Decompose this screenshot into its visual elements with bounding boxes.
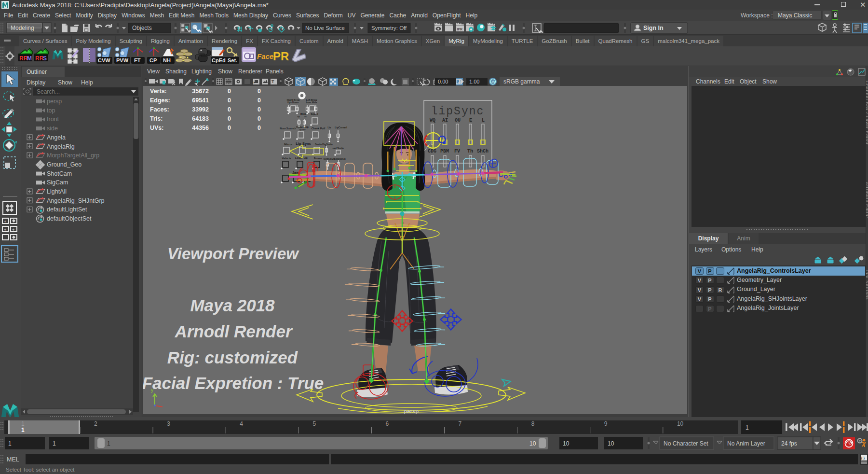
svg-text:FV: FV — [454, 149, 460, 154]
svg-text:Smile: Smile — [315, 143, 322, 146]
svg-text:NH: NH — [163, 57, 171, 63]
svg-text:side: side — [47, 125, 58, 132]
svg-text:1: 1 — [8, 440, 12, 447]
svg-text:sRGB gamma: sRGB gamma — [503, 78, 540, 85]
svg-text:SigCam: SigCam — [47, 179, 68, 186]
svg-text:1: 1 — [21, 420, 25, 427]
svg-text:MorphTargetAll_grp: MorphTargetAll_grp — [47, 152, 99, 159]
svg-text:Angela: Angela — [47, 134, 66, 141]
svg-text:1: 1 — [21, 427, 25, 433]
svg-text:1: 1 — [746, 424, 749, 431]
svg-text:0: 0 — [228, 125, 231, 131]
svg-text:8: 8 — [531, 420, 535, 427]
svg-text:24 fps: 24 fps — [781, 440, 797, 447]
svg-text:+: + — [4, 227, 6, 232]
svg-text:Lip-Sync: Lip-Sync — [296, 141, 311, 146]
svg-text:BigSmile: BigSmile — [322, 143, 333, 146]
svg-text:0: 0 — [258, 125, 261, 131]
svg-text:ShCh: ShCh — [477, 149, 488, 154]
svg-text:persp: persp — [404, 408, 419, 414]
svg-text:0: 0 — [228, 97, 231, 104]
svg-text:+: + — [4, 219, 6, 224]
svg-text:35672: 35672 — [192, 88, 209, 95]
svg-text:No Anim Layer: No Anim Layer — [727, 440, 765, 447]
svg-text:Up: Up — [297, 115, 300, 118]
svg-text:Tris:: Tris: — [150, 115, 163, 122]
svg-text:5: 5 — [312, 420, 316, 427]
svg-text:Th: Th — [467, 149, 473, 154]
svg-text:Vehicle: Vehicle — [282, 157, 291, 160]
svg-text:{;}: {;} — [861, 456, 865, 460]
svg-text:Lower Lip: Lower Lip — [295, 156, 308, 159]
svg-text:IPR: IPR — [457, 28, 463, 31]
svg-text:+: + — [845, 256, 847, 260]
svg-text:Sign In: Sign In — [643, 25, 664, 31]
svg-text:AngelaRig: AngelaRig — [47, 143, 75, 150]
svg-text:6: 6 — [386, 420, 389, 427]
svg-text:0: 0 — [258, 115, 261, 122]
svg-text:PVW: PVW — [116, 57, 129, 63]
svg-text:No Character Set: No Character Set — [664, 440, 708, 447]
svg-text:defaultLightSet: defaultLightSet — [47, 206, 87, 213]
svg-text:Arnodl Render: Arnodl Render — [174, 322, 293, 341]
svg-text:0: 0 — [228, 115, 231, 122]
svg-text:Ground_Geo: Ground_Geo — [47, 161, 81, 168]
svg-text:Viewport Preview: Viewport Preview — [167, 245, 299, 263]
svg-text:3: 3 — [167, 420, 170, 427]
svg-text:Face: Face — [257, 52, 273, 60]
svg-text:AngelaRig_SHJntGrp: AngelaRig_SHJntGrp — [47, 197, 105, 204]
svg-text:MEL: MEL — [7, 456, 19, 463]
svg-text:ON: ON — [490, 80, 495, 84]
svg-text:1.00: 1.00 — [469, 79, 479, 84]
svg-text:OU: OU — [455, 118, 461, 123]
svg-text:UVs:: UVs: — [150, 125, 163, 131]
svg-text:AI: AI — [442, 118, 448, 123]
svg-text:CDG: CDG — [428, 149, 436, 154]
svg-text:ShotCam: ShotCam — [47, 170, 72, 177]
svg-text:top: top — [47, 107, 55, 114]
svg-text:PR: PR — [273, 50, 289, 63]
svg-text:0: 0 — [228, 106, 231, 113]
svg-text:10: 10 — [529, 440, 536, 447]
svg-text:Facial Expretion : True: Facial Expretion : True — [143, 374, 324, 392]
svg-text:TeethUpDn: TeethUpDn — [323, 158, 335, 160]
svg-text:Frown: Frown — [314, 157, 322, 160]
svg-text:69541: 69541 — [192, 97, 209, 104]
svg-text:44356: 44356 — [192, 125, 209, 131]
svg-text:4: 4 — [240, 420, 243, 427]
svg-text:0: 0 — [258, 106, 261, 113]
svg-text:7: 7 — [459, 420, 462, 427]
svg-text:PBM: PBM — [440, 149, 449, 154]
svg-text:LipCornerl: LipCornerl — [335, 126, 347, 129]
svg-text:defaultObjectSet: defaultObjectSet — [47, 215, 92, 222]
svg-text:Objects: Objects — [132, 25, 152, 31]
svg-text:0: 0 — [228, 88, 231, 95]
svg-text:CpEd: CpEd — [212, 57, 226, 63]
svg-text:No Live Surface: No Live Surface — [305, 25, 345, 31]
svg-text:1: 1 — [107, 440, 110, 447]
svg-text:Inner Wide: Inner Wide — [306, 101, 317, 104]
svg-text:T: T — [271, 79, 274, 84]
svg-text:Nose Scrunch: Nose Scrunch — [280, 127, 296, 130]
svg-text:Symmetry: Off: Symmetry: Off — [371, 25, 407, 31]
svg-text:0: 0 — [258, 97, 261, 104]
svg-text:Search...: Search... — [37, 88, 60, 95]
svg-text:Dn: Dn — [304, 115, 307, 118]
svg-text:M: M — [27, 55, 32, 62]
svg-text:64183: 64183 — [192, 115, 209, 122]
svg-text:0: 0 — [258, 88, 261, 95]
svg-text:10: 10 — [563, 440, 570, 447]
svg-text:sad Smile: sad Smile — [332, 147, 344, 150]
svg-text:▸: ▸ — [254, 80, 256, 84]
svg-text:Liv: Liv — [327, 126, 331, 129]
svg-text:10: 10 — [608, 440, 614, 447]
svg-text:Modeling: Modeling — [11, 25, 34, 31]
svg-text:+: + — [12, 227, 14, 232]
svg-text:0.00: 0.00 — [438, 79, 448, 84]
svg-text:SwallowUp: SwallowUp — [334, 158, 346, 160]
svg-text:Set.: Set. — [228, 57, 237, 63]
svg-text:Faces:: Faces: — [150, 106, 169, 113]
svg-text:CVW: CVW — [98, 57, 110, 63]
svg-text:Mirror: Mirror — [284, 143, 293, 146]
svg-text:Rig: customized: Rig: customized — [167, 348, 298, 367]
